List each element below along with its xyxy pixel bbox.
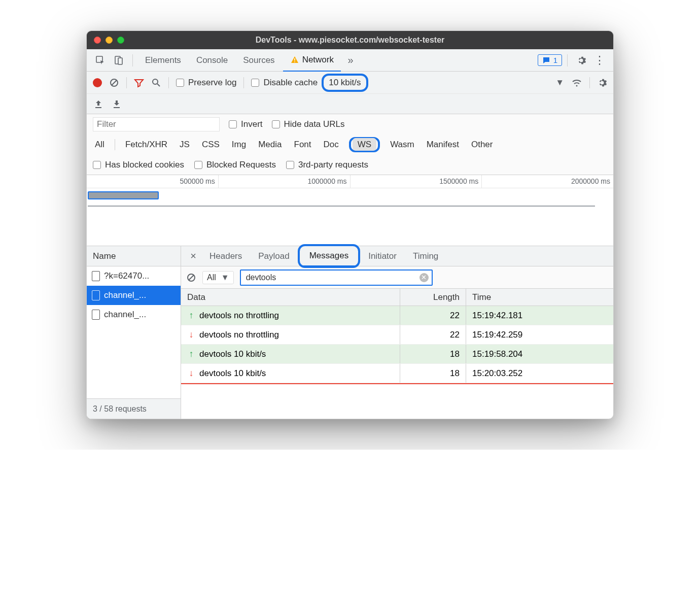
message-row[interactable]: ↓devtools no throttling2215:19:42.259 — [181, 325, 613, 345]
detail-tab-messages-highlight: Messages — [298, 244, 360, 268]
throttle-caret-icon[interactable]: ▼ — [555, 78, 564, 88]
filter-type-doc[interactable]: Doc — [322, 138, 341, 151]
filter-type-manifest[interactable]: Manifest — [425, 138, 461, 151]
message-length: 22 — [400, 306, 466, 325]
filter-type-css[interactable]: CSS — [200, 138, 222, 151]
message-length: 22 — [400, 325, 466, 344]
close-detail-button[interactable]: × — [185, 250, 201, 262]
file-icon — [92, 271, 100, 281]
request-list-sidebar: Name ?k=62470... channel_... channel_...… — [87, 246, 181, 419]
filter-type-fetch[interactable]: Fetch/XHR — [123, 138, 169, 151]
messages-table-header: Data Length Time — [181, 289, 613, 306]
message-row[interactable]: ↓devtools 10 kbit/s1815:20:03.252 — [181, 364, 613, 383]
record-button[interactable] — [93, 78, 102, 87]
message-time: 15:20:03.252 — [466, 364, 613, 383]
message-row[interactable]: ↑devtools no throttling2215:19:42.181 — [181, 306, 613, 325]
messages-filter-input[interactable] — [246, 273, 419, 282]
svg-rect-2 — [118, 58, 122, 64]
network-toolbar: Preserve log Disable cache 10 kbit/s ▼ — [87, 72, 613, 94]
network-conditions-icon[interactable] — [571, 77, 582, 88]
network-settings-icon[interactable] — [597, 78, 607, 88]
detail-tab-timing[interactable]: Timing — [405, 246, 446, 266]
messages-filter-input-wrap: ✕ — [240, 269, 433, 286]
timeline-tick: 2000000 ms — [571, 177, 610, 185]
svg-line-8 — [157, 84, 160, 86]
titlebar: DevTools - www.piesocket.com/websocket-t… — [87, 31, 613, 49]
tab-elements[interactable]: Elements — [138, 49, 188, 72]
timeline-baseline — [88, 206, 595, 207]
hide-data-urls-checkbox[interactable]: Hide data URLs — [272, 119, 345, 129]
message-length: 18 — [400, 345, 466, 363]
filter-toggle-icon[interactable] — [134, 78, 144, 88]
tab-network[interactable]: Network — [283, 49, 341, 72]
device-toggle-icon[interactable] — [110, 52, 127, 69]
inspect-icon[interactable] — [92, 52, 109, 69]
detail-tab-payload[interactable]: Payload — [250, 246, 297, 266]
messages-direction-dropdown[interactable]: All ▼ — [202, 271, 234, 284]
arrow-up-icon: ↑ — [186, 310, 196, 321]
filter-type-other[interactable]: Other — [469, 138, 495, 151]
blocked-requests-checkbox[interactable]: Blocked Requests — [194, 160, 276, 170]
message-row[interactable]: ↑devtools 10 kbit/s1815:19:58.204 — [181, 345, 613, 364]
arrow-down-icon: ↓ — [186, 368, 196, 379]
close-window-button[interactable] — [94, 37, 101, 44]
request-item[interactable]: channel_... — [87, 286, 181, 305]
clear-messages-button[interactable] — [186, 273, 196, 283]
filter-type-media[interactable]: Media — [256, 138, 284, 151]
messages-table: Data Length Time ↑devtools no throttling… — [181, 289, 613, 419]
message-data: devtools 10 kbit/s — [199, 368, 266, 379]
download-har-icon[interactable] — [112, 99, 121, 109]
filter-type-ws[interactable]: WS — [353, 138, 376, 151]
upload-har-icon[interactable] — [94, 99, 103, 109]
network-timeline[interactable]: 500000 ms 1000000 ms 1500000 ms 2000000 … — [87, 175, 613, 246]
svg-line-11 — [189, 275, 194, 280]
filter-type-all[interactable]: All — [93, 138, 107, 151]
svg-point-9 — [576, 85, 578, 86]
filter-input[interactable] — [93, 117, 220, 131]
minimize-window-button[interactable] — [106, 37, 113, 44]
col-length-header: Length — [400, 289, 466, 306]
detail-tab-initiator[interactable]: Initiator — [360, 246, 405, 266]
settings-icon[interactable] — [573, 52, 590, 69]
warning-icon — [290, 55, 299, 64]
messages-filter-bar: All ▼ ✕ — [181, 266, 613, 289]
clear-button[interactable] — [109, 78, 119, 88]
kebab-menu-icon[interactable]: ⋮ — [591, 52, 608, 69]
third-party-checkbox[interactable]: 3rd-party requests — [286, 160, 368, 170]
issues-badge[interactable]: 1 — [538, 54, 562, 66]
blocked-cookies-checkbox[interactable]: Has blocked cookies — [93, 160, 184, 170]
tab-console[interactable]: Console — [189, 49, 235, 72]
arrow-up-icon: ↑ — [186, 349, 196, 359]
filter-type-img[interactable]: Img — [230, 138, 248, 151]
filter-type-js[interactable]: JS — [178, 138, 192, 151]
preserve-log-checkbox[interactable]: Preserve log — [176, 78, 236, 88]
svg-line-6 — [112, 80, 117, 85]
request-item[interactable]: channel_... — [87, 305, 181, 324]
request-item[interactable]: ?k=62470... — [87, 266, 181, 286]
chevron-down-icon: ▼ — [221, 273, 229, 282]
detail-tab-messages[interactable]: Messages — [301, 246, 357, 266]
window-controls — [94, 37, 124, 44]
message-length: 18 — [400, 364, 466, 383]
file-icon — [92, 290, 100, 300]
message-time: 15:19:58.204 — [466, 345, 613, 363]
filter-type-ws-highlight: WS — [349, 137, 380, 152]
col-time-header: Time — [466, 289, 613, 306]
search-icon[interactable] — [151, 78, 161, 88]
clear-filter-icon[interactable]: ✕ — [419, 273, 429, 282]
request-list-header: Name — [87, 246, 181, 266]
maximize-window-button[interactable] — [117, 37, 124, 44]
chat-icon — [542, 56, 550, 64]
more-tabs-button[interactable]: » — [342, 52, 359, 69]
invert-checkbox[interactable]: Invert — [229, 119, 263, 129]
col-data-header: Data — [181, 289, 400, 306]
disable-cache-checkbox[interactable]: Disable cache — [251, 78, 318, 88]
main-tab-bar: Elements Console Sources Network » 1 ⋮ — [87, 49, 613, 72]
detail-tab-headers[interactable]: Headers — [201, 246, 250, 266]
detail-pane: × Headers Payload Messages Initiator Tim… — [181, 246, 613, 419]
arrow-down-icon: ↓ — [186, 329, 196, 340]
filter-type-font[interactable]: Font — [292, 138, 313, 151]
throttle-dropdown[interactable]: 10 kbit/s — [322, 74, 368, 92]
filter-type-wasm[interactable]: Wasm — [388, 138, 416, 151]
tab-sources[interactable]: Sources — [236, 49, 282, 72]
